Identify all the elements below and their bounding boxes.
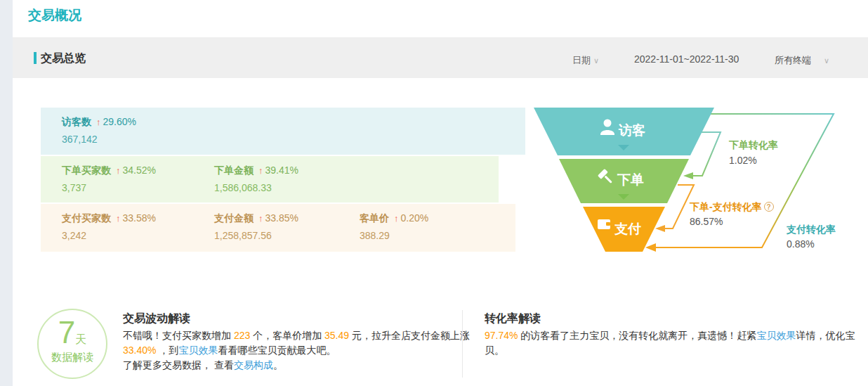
highlight-number: 33.40% [123,345,156,356]
baobei-effect-link[interactable]: 宝贝效果 [178,345,218,356]
chevron-down-icon: ∨ [593,56,599,65]
page-title: 交易概况 [28,6,81,25]
text-segment: 个，客单价增加 [250,330,324,341]
badge-unit: 天 [75,333,86,345]
metric-value: 3,242 [62,230,156,241]
up-arrow-icon: ↑ [258,165,263,176]
metric-cell-order-buyers: 下单买家数↑34.52% 3,737 [62,165,156,193]
text-segment: 贝。 [485,345,504,356]
metric-label: 下单买家数 [62,165,111,176]
metric-cell-order-amount: 下单金额↑39.41% 1,586,068.33 [214,165,298,193]
trade-fluctuation-title: 交易波动解读 [123,311,190,326]
date-type-dropdown[interactable]: 日期∨ [572,54,599,67]
visitor-metrics-card: 访客数↑29.60% 367,142 [41,108,525,155]
highlight-number: 35.49 [324,330,349,341]
chevron-down-icon: ∨ [824,56,829,65]
terminal-dropdown[interactable]: 所有终端∨ [775,54,829,67]
metric-label: 访客数 [62,116,91,127]
metric-cell-visitors: 访客数↑29.60% 367,142 [62,116,136,145]
metric-value: 388.29 [360,230,428,241]
metric-cell-pay-buyers: 支付买家数↑33.58% 3,242 [62,212,156,241]
terminal-selected-label: 所有终端 [775,55,811,65]
funnel-stage-label: 访客 [618,123,645,138]
metric-change: 0.20% [401,212,429,224]
arrow-left-icon [645,243,656,252]
highlight-number: 223 [234,330,250,341]
text-segment: 不错哦！支付买家数增加 [123,330,234,341]
order-conversion-label: 下单转化率 [729,139,778,152]
up-arrow-icon: ↑ [116,165,121,176]
text-segment: 看看哪些宝贝贡献最大吧。 [218,345,336,356]
pay-conversion-value: 0.88% [787,238,815,250]
funnel-stage-label: 下单 [617,172,644,187]
metric-value: 367,142 [62,134,136,145]
metric-cell-pay-amount: 支付金额↑33.85% 1,258,857.56 [214,212,298,241]
section-title: 交易总览 [41,51,86,66]
up-arrow-icon: ↑ [96,117,101,127]
up-arrow-icon: ↑ [258,213,263,224]
conversion-insight-title: 转化率解读 [485,311,541,326]
badge-number: 7 [58,316,75,349]
metric-change: 39.41% [265,165,298,176]
badge-subtitle: 数据解读 [39,351,106,364]
payment-metrics-card: 支付买家数↑33.58% 3,242 支付金额↑33.85% 1,258,857… [41,204,515,252]
conversion-funnel-chart: 访客 下单 支付 [530,102,853,260]
left-edge-strip [0,0,13,386]
metric-change: 33.58% [123,212,156,224]
section-header-band: 交易总览 日期∨ 2022-11-01~2022-11-30 所有终端∨ [13,37,868,78]
trade-composition-link[interactable]: 交易构成 [234,359,273,371]
metric-change: 33.85% [265,212,298,224]
order-pay-conversion-text: 下单-支付转化率 [690,201,762,212]
date-type-label: 日期 [572,55,591,65]
text-segment: ，到 [156,345,178,356]
trade-fluctuation-body: 不错哦！支付买家数增加 223 个，客单价增加 35.49 元，拉升全店支付金额… [123,328,474,373]
metric-change: 34.52% [123,165,156,176]
section-accent-bar [34,52,37,64]
help-icon[interactable]: ? [764,202,774,212]
order-conversion-value: 1.02% [729,155,757,166]
conversion-insight-body: 97.74% 的访客看了主力宝贝，没有转化就离开，真遗憾！赶紧宝贝效果详情，优化… [485,328,836,358]
metric-value: 1,258,857.56 [214,230,298,241]
baobei-effect-link[interactable]: 宝贝效果 [756,330,796,341]
text-segment: 元，拉升全店支付金额上涨 [349,330,470,341]
text-segment: 了解更多交易数据， 查看 [123,359,234,371]
text-segment: 的访客看了主力宝贝，没有转化就离开，真遗憾！赶紧 [518,330,756,341]
metric-label: 下单金额 [214,165,254,176]
up-arrow-icon: ↑ [394,213,399,224]
metric-value: 3,737 [62,182,156,193]
vertical-divider [462,310,463,378]
order-metrics-card: 下单买家数↑34.52% 3,737 下单金额↑39.41% 1,586,068… [41,156,499,202]
metric-cell-avg-order-value: 客单价↑0.20% 388.29 [360,212,428,241]
date-range-picker[interactable]: 2022-11-01~2022-11-30 [634,53,739,65]
metric-change: 29.60% [103,116,136,127]
order-pay-conversion-label: 下单-支付转化率? [690,201,774,214]
metric-label: 支付买家数 [62,212,111,224]
up-arrow-icon: ↑ [116,213,121,224]
arrow-left-icon [655,225,665,232]
text-segment: 。 [273,359,283,371]
funnel-stage-label: 支付 [614,221,641,236]
arrow-left-icon [683,172,693,179]
metric-label: 客单价 [360,212,389,224]
highlight-number: 97.74% [485,330,518,341]
seven-day-insight-badge: 7天 数据解读 [37,309,107,379]
pay-conversion-label: 支付转化率 [787,224,836,236]
text-segment: 详情，优化宝 [796,330,855,341]
metric-value: 1,586,068.33 [214,182,298,193]
metric-label: 支付金额 [214,212,254,224]
order-pay-conversion-value: 86.57% [690,216,723,227]
wallet-icon [598,219,610,229]
